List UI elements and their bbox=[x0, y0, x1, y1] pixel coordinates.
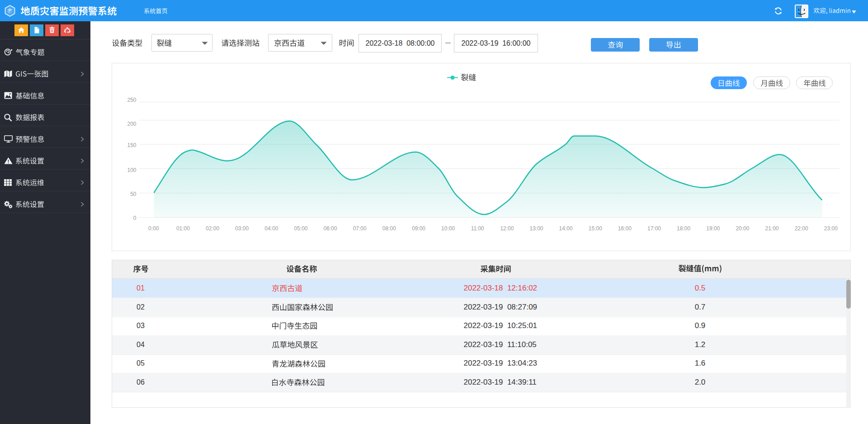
svg-text:08:00: 08:00 bbox=[382, 225, 396, 232]
svg-text:11:00: 11:00 bbox=[471, 225, 484, 232]
svg-text:16:00: 16:00 bbox=[618, 225, 631, 232]
svg-text:18:00: 18:00 bbox=[677, 225, 690, 232]
svg-text:200: 200 bbox=[127, 120, 136, 127]
svg-text:0:00: 0:00 bbox=[148, 225, 159, 232]
svg-text:20:00: 20:00 bbox=[736, 225, 749, 232]
svg-text:07:00: 07:00 bbox=[353, 225, 366, 232]
svg-text:100: 100 bbox=[127, 167, 136, 173]
svg-text:06:00: 06:00 bbox=[323, 225, 337, 232]
svg-text:02:00: 02:00 bbox=[206, 225, 219, 232]
svg-text:17:00: 17:00 bbox=[647, 225, 660, 232]
svg-text:12:00: 12:00 bbox=[500, 225, 514, 232]
svg-text:19:00: 19:00 bbox=[706, 225, 720, 232]
svg-text:14:00: 14:00 bbox=[559, 225, 572, 232]
svg-text:09:00: 09:00 bbox=[411, 225, 425, 232]
svg-text:0: 0 bbox=[133, 214, 136, 221]
svg-text:01:00: 01:00 bbox=[176, 225, 189, 232]
svg-text:250: 250 bbox=[127, 97, 136, 103]
svg-text:150: 150 bbox=[127, 142, 136, 148]
svg-text:22:00: 22:00 bbox=[794, 225, 808, 232]
svg-text:04:00: 04:00 bbox=[264, 225, 278, 232]
svg-text:13:00: 13:00 bbox=[529, 225, 543, 232]
svg-text:03:00: 03:00 bbox=[235, 225, 249, 232]
svg-text:50: 50 bbox=[130, 191, 137, 197]
svg-text:21:00: 21:00 bbox=[765, 225, 778, 232]
svg-text:10:00: 10:00 bbox=[441, 225, 455, 232]
svg-text:15:00: 15:00 bbox=[588, 225, 602, 232]
svg-text:23:00: 23:00 bbox=[824, 225, 837, 232]
svg-text:05:00: 05:00 bbox=[294, 225, 307, 232]
